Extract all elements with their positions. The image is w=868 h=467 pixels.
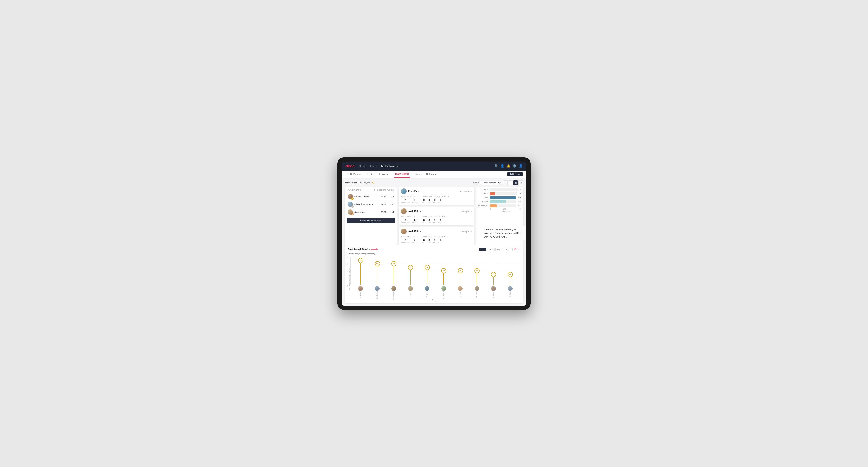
player-card: Josh Coles 26 Aug 2023 Total Rounds 8 To…	[399, 207, 474, 225]
table-row[interactable]: 2 Edward Crossman 18/20 107	[347, 200, 395, 208]
ott-stat: 0 OTT	[422, 219, 426, 223]
streak-bars: 7x6x6x5x5x4x4x4x3x3x	[350, 257, 520, 285]
subnav-team-clippd[interactable]: Team Clippd	[394, 170, 410, 178]
streak-bar-col: 3x	[493, 275, 494, 285]
bar-label-eagles: Eagles	[478, 189, 489, 191]
user-icon[interactable]: 👤	[500, 164, 504, 168]
pb-score: 17/20	[381, 211, 386, 213]
rounds-label: Total Rounds	[401, 236, 417, 238]
app-label: APP	[427, 201, 431, 203]
app-label: APP	[427, 242, 431, 243]
filter-putt[interactable]: PUTT	[504, 248, 513, 251]
streak-avatar	[425, 286, 429, 291]
streak-avatar	[358, 286, 363, 291]
practice-num: 2	[414, 239, 415, 242]
bar-fill	[490, 200, 506, 203]
player-count-label: 14 Players	[360, 182, 370, 184]
app-num: 0	[428, 198, 430, 201]
arg-label: ARG	[433, 222, 436, 223]
player-info: 2 Edward Crossman	[348, 201, 380, 207]
player-count: |	[358, 182, 359, 184]
card-avatar	[401, 188, 407, 194]
sub-nav: PGAT Players PGA Hcaps 1-5 Team Clippd T…	[342, 170, 526, 178]
streak-circle: 5x	[425, 265, 430, 270]
putt-label: PUTT	[438, 242, 442, 243]
search-icon[interactable]: 🔍	[494, 164, 498, 168]
streak-circle: 3x	[491, 272, 496, 277]
putt-stat: 1 PUTT	[438, 239, 442, 243]
subnav-tour[interactable]: Tour	[415, 170, 420, 178]
streak-bar-col: 4x	[443, 271, 444, 285]
settings-icon[interactable]: ⚙️	[513, 164, 517, 168]
subnav-all-players[interactable]: All Players	[425, 170, 438, 178]
streak-avatar	[508, 286, 513, 291]
rounds-label: Total Rounds	[401, 216, 417, 218]
bar-container	[490, 205, 516, 207]
rank-badge-2: 2	[351, 205, 353, 208]
practice-stat: 6 Practice	[412, 198, 417, 203]
chart-x-axis: 0 200 400	[478, 208, 521, 210]
view-leaderboard-button[interactable]: View Full Leaderboard	[347, 218, 395, 223]
streak-bar-line: 4x	[477, 271, 477, 285]
add-team-button[interactable]: Add Team	[507, 172, 523, 177]
streak-circle: 3x	[507, 272, 513, 277]
arg-label: ARG	[433, 242, 436, 243]
streak-bar-line: 5x	[410, 268, 411, 285]
streak-bar-line: 4x	[443, 271, 444, 285]
nav-teams[interactable]: Teams	[370, 164, 377, 168]
filter-arg[interactable]: ARG	[495, 248, 503, 251]
card-date: 26 Aug 2023	[460, 230, 472, 232]
streaks-subtitle: Off The Tee, Fairway Accuracy	[348, 253, 520, 255]
list-view-btn[interactable]: ☰	[508, 181, 513, 185]
avatar-icon[interactable]: 👤	[519, 164, 523, 168]
x-label: C. Quick	[509, 291, 511, 298]
card-player-name: Josh Coles	[408, 230, 459, 232]
subnav-hcaps[interactable]: Hcaps 1-5	[377, 170, 390, 178]
pb-avg: 107	[387, 203, 394, 206]
bar-value-bogeys: 311	[518, 201, 521, 203]
player-name: Cameron...	[354, 211, 365, 213]
table-view-btn[interactable]: ⊟	[519, 181, 523, 185]
grid-view-btn[interactable]: ⊞	[503, 181, 507, 185]
bar-row-bogeys: Bogeys 311	[478, 200, 521, 203]
nav-links: Home Teams My Performance	[359, 164, 490, 168]
tournament-num: 7	[404, 239, 406, 242]
practice-num: 4	[414, 219, 415, 221]
period-select[interactable]: Last 3 months	[480, 181, 501, 185]
streak-bar-col: 5x	[410, 268, 411, 285]
bar-row-birdies: Birdies 96	[478, 192, 521, 195]
putt-label: PUTT	[438, 201, 442, 203]
streak-circle: 6x	[375, 261, 380, 266]
tablet-screen: clippd Home Teams My Performance 🔍 👤 🔔 ⚙…	[342, 161, 526, 306]
show-row: Team Clippd | 14 Players ✏️ Show Last 3 …	[345, 181, 523, 185]
table-row[interactable]: 1 Richard Butler 19/20 110	[347, 193, 395, 200]
avatar: 2	[348, 201, 353, 207]
edit-team-icon[interactable]: ✏️	[371, 182, 374, 184]
subnav-pgat[interactable]: PGAT Players	[345, 170, 362, 178]
practice-label: Practice	[412, 201, 417, 203]
card-view-btn[interactable]: ▦	[513, 181, 518, 185]
sub-nav-right: Add Team	[507, 172, 523, 177]
filter-app[interactable]: APP	[487, 248, 495, 251]
streak-circle: 4x	[441, 268, 446, 273]
tournament-num: 7	[404, 198, 406, 201]
streak-bar-col: 4x	[460, 271, 461, 285]
card-date: 02 Sep 2023	[460, 190, 472, 192]
arg-num: 0	[434, 219, 435, 221]
filter-ott[interactable]: OTT	[479, 248, 486, 251]
player-name: Edward Crossman	[354, 203, 373, 206]
nav-my-performance[interactable]: My Performance	[381, 164, 400, 168]
table-row[interactable]: 3 Cameron... 17/20 103	[347, 208, 395, 216]
team-name-header: Team Clippd	[345, 182, 357, 184]
app-stat: 0 APP	[427, 219, 431, 223]
streaks-section: Best Round Streaks OTT APP ARG PUTT	[345, 245, 523, 303]
streak-circle: 5x	[408, 265, 413, 270]
tournament-label: Tournament	[401, 222, 410, 223]
streak-chart-area: Best Streak, Fairway Accuracy 8 6 4 2 0	[348, 257, 520, 301]
y-axis-label: Best Streak, Fairway Accuracy	[348, 257, 350, 301]
tournament-label: Tournament	[401, 242, 410, 243]
subnav-pga[interactable]: PGA	[367, 170, 373, 178]
bell-icon[interactable]: 🔔	[507, 164, 510, 168]
app-num: 0	[428, 219, 430, 221]
nav-home[interactable]: Home	[359, 164, 366, 168]
